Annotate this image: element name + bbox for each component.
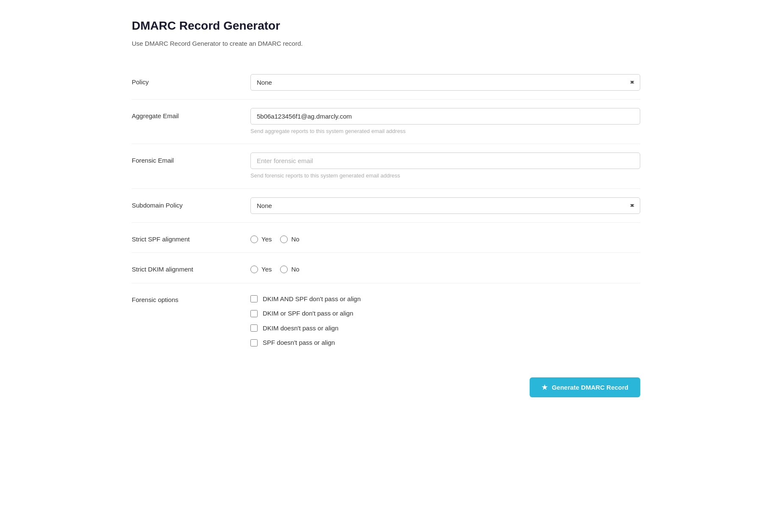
- forensic-option-3[interactable]: DKIM doesn't pass or align: [250, 324, 640, 333]
- policy-row: Policy None Quarantine Reject: [132, 66, 640, 99]
- aggregate-email-helper: Send aggregate reports to this system ge…: [250, 127, 640, 136]
- strict-spf-label: Strict SPF alignment: [132, 231, 250, 244]
- forensic-option-4-checkbox[interactable]: [250, 339, 258, 346]
- strict-dkim-no-radio[interactable]: [280, 266, 288, 273]
- forensic-option-2-checkbox[interactable]: [250, 310, 258, 317]
- strict-spf-input-cell: Yes No: [250, 231, 640, 244]
- strict-spf-yes-option[interactable]: Yes: [250, 235, 272, 244]
- subdomain-policy-select[interactable]: None Quarantine Reject: [250, 197, 640, 214]
- forensic-option-2-label: DKIM or SPF don't pass or align: [263, 309, 353, 319]
- strict-dkim-row: Strict DKIM alignment Yes No: [132, 253, 640, 283]
- forensic-option-3-checkbox[interactable]: [250, 324, 258, 332]
- star-icon: ★: [542, 383, 547, 391]
- strict-spf-no-option[interactable]: No: [280, 235, 299, 244]
- form-actions: ★ Generate DMARC Record: [132, 369, 640, 397]
- policy-select[interactable]: None Quarantine Reject: [250, 74, 640, 91]
- forensic-option-2[interactable]: DKIM or SPF don't pass or align: [250, 309, 640, 319]
- forensic-options-input-cell: DKIM AND SPF don't pass or align DKIM or…: [250, 292, 640, 348]
- subdomain-policy-row: Subdomain Policy None Quarantine Reject: [132, 189, 640, 222]
- forensic-email-input[interactable]: [250, 152, 640, 169]
- strict-dkim-yes-option[interactable]: Yes: [250, 265, 272, 274]
- page-container: DMARC Record Generator Use DMARC Record …: [111, 0, 661, 414]
- strict-dkim-radio-group: Yes No: [250, 261, 640, 274]
- subdomain-policy-label: Subdomain Policy: [132, 197, 250, 211]
- strict-spf-no-radio[interactable]: [280, 236, 288, 243]
- aggregate-email-row: Aggregate Email Send aggregate reports t…: [132, 100, 640, 144]
- forensic-email-label: Forensic Email: [132, 152, 250, 166]
- strict-dkim-yes-radio[interactable]: [250, 266, 258, 273]
- strict-dkim-no-option[interactable]: No: [280, 265, 299, 274]
- forensic-option-1-checkbox[interactable]: [250, 295, 258, 302]
- aggregate-email-input-cell: Send aggregate reports to this system ge…: [250, 108, 640, 136]
- forensic-options-label: Forensic options: [132, 292, 250, 305]
- forensic-email-row: Forensic Email Send forensic reports to …: [132, 144, 640, 188]
- strict-spf-radio-group: Yes No: [250, 231, 640, 244]
- forensic-option-4-label: SPF doesn't pass or align: [263, 338, 335, 348]
- policy-label: Policy: [132, 74, 250, 87]
- strict-spf-yes-label: Yes: [261, 235, 272, 244]
- forensic-option-1-label: DKIM AND SPF don't pass or align: [263, 294, 361, 304]
- strict-spf-row: Strict SPF alignment Yes No: [132, 223, 640, 253]
- strict-spf-no-label: No: [291, 235, 299, 244]
- strict-spf-yes-radio[interactable]: [250, 236, 258, 243]
- aggregate-email-input[interactable]: [250, 108, 640, 125]
- forensic-option-1[interactable]: DKIM AND SPF don't pass or align: [250, 294, 640, 304]
- forensic-email-helper: Send forensic reports to this system gen…: [250, 172, 640, 180]
- aggregate-email-label: Aggregate Email: [132, 108, 250, 121]
- forensic-email-input-cell: Send forensic reports to this system gen…: [250, 152, 640, 180]
- strict-dkim-label: Strict DKIM alignment: [132, 261, 250, 274]
- subdomain-policy-input-cell: None Quarantine Reject: [250, 197, 640, 214]
- policy-input-cell: None Quarantine Reject: [250, 74, 640, 91]
- dmarc-form: Policy None Quarantine Reject Aggregate …: [132, 66, 640, 397]
- page-title: DMARC Record Generator: [132, 17, 640, 35]
- forensic-options-checkbox-group: DKIM AND SPF don't pass or align DKIM or…: [250, 292, 640, 348]
- generate-button-label: Generate DMARC Record: [552, 384, 628, 391]
- strict-dkim-input-cell: Yes No: [250, 261, 640, 274]
- forensic-option-4[interactable]: SPF doesn't pass or align: [250, 338, 640, 348]
- strict-dkim-yes-label: Yes: [261, 265, 272, 274]
- page-subtitle: Use DMARC Record Generator to create an …: [132, 39, 640, 49]
- generate-button[interactable]: ★ Generate DMARC Record: [530, 377, 640, 397]
- forensic-option-3-label: DKIM doesn't pass or align: [263, 324, 339, 333]
- forensic-options-row: Forensic options DKIM AND SPF don't pass…: [132, 283, 640, 356]
- strict-dkim-no-label: No: [291, 265, 299, 274]
